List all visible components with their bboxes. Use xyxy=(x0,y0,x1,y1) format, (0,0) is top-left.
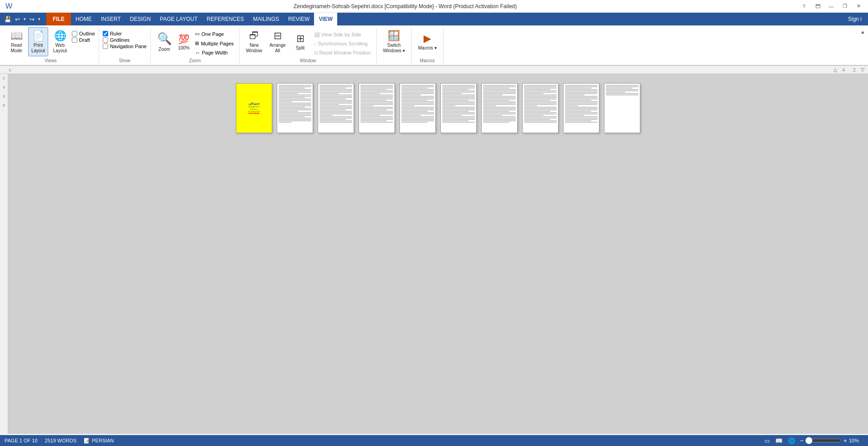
new-window-button[interactable]: 🗗 NewWindow xyxy=(243,27,265,56)
qat-more-button[interactable]: ▾ xyxy=(37,16,42,22)
menu-home[interactable]: HOME xyxy=(71,13,96,25)
horizontal-ruler: L △ 4 2 ▽ xyxy=(0,66,868,74)
maximize-button[interactable]: ❐ xyxy=(839,2,851,10)
page-cover: تحقیق آنلاین tahghigfonline.ir مرجع دانل… xyxy=(236,84,272,133)
save-qat-button[interactable]: 💾 xyxy=(3,15,13,24)
text-line xyxy=(360,99,393,99)
sign-in-button[interactable]: Sign i xyxy=(843,14,866,24)
text-line xyxy=(524,105,537,106)
text-line xyxy=(524,94,557,95)
zoom-100-button[interactable]: 💯 100% xyxy=(176,27,192,56)
ruler-checkbox[interactable] xyxy=(103,31,108,36)
text-line xyxy=(279,109,311,110)
menu-mailings[interactable]: MAILINGS xyxy=(249,13,284,25)
draft-label: Draft xyxy=(79,37,90,43)
ribbon-content: 📖 ReadMode 📄 PrintLayout 🌐 WebLayout Out… xyxy=(0,25,868,65)
ruler-left-arrow[interactable]: △ xyxy=(833,67,837,73)
outline-checkbox[interactable] xyxy=(72,31,77,36)
zoom-label: Zoom xyxy=(159,47,170,52)
text-line xyxy=(360,108,393,109)
switch-windows-button[interactable]: 🪟 SwitchWindows ▾ xyxy=(380,27,408,56)
text-line xyxy=(279,116,305,117)
page-width-button[interactable]: ↔ Page Width xyxy=(193,49,235,56)
navigation-pane-checkbox[interactable] xyxy=(103,44,108,49)
minimize-button[interactable]: — xyxy=(825,2,837,10)
gridlines-checkbox[interactable] xyxy=(103,37,108,43)
draft-checkbox[interactable] xyxy=(72,37,77,43)
synchronous-scrolling-button[interactable]: ↕ Synchronous Scrolling xyxy=(312,40,373,47)
text-line xyxy=(360,101,393,102)
one-page-button[interactable]: ▭ One Page xyxy=(193,30,235,38)
page-4-content xyxy=(359,84,394,124)
help-button[interactable]: ? xyxy=(798,2,810,10)
web-layout-button[interactable]: 🌐 WebLayout xyxy=(50,27,70,56)
read-mode-view-btn[interactable]: 📖 xyxy=(774,436,783,445)
redo-qat-button[interactable]: ↪ xyxy=(28,15,36,24)
text-line xyxy=(442,86,475,87)
document-content-area[interactable]: تحقیق آنلاین tahghigfonline.ir مرجع دانل… xyxy=(8,74,868,434)
text-line xyxy=(483,94,503,95)
text-line xyxy=(442,94,475,95)
text-line xyxy=(401,111,428,112)
navigation-pane-checkbox-label[interactable]: Navigation Pane xyxy=(103,44,147,49)
menu-page-layout[interactable]: PAGE LAYOUT xyxy=(155,13,202,25)
gridlines-checkbox-label[interactable]: Gridlines xyxy=(103,37,147,43)
draft-checkbox-label[interactable]: Draft xyxy=(72,37,95,43)
text-line xyxy=(565,93,598,94)
menu-design[interactable]: DESIGN xyxy=(125,13,155,25)
text-line xyxy=(524,107,557,108)
reset-window-position-button[interactable]: ⊡ Reset Window Position xyxy=(312,49,373,56)
undo-arrow-button[interactable]: ▾ xyxy=(22,16,27,22)
text-line xyxy=(606,93,639,94)
document-page-1: تحقیق آنلاین tahghigfonline.ir مرجع دانل… xyxy=(236,83,272,133)
text-line xyxy=(401,100,428,101)
menu-insert[interactable]: INSERT xyxy=(96,13,125,25)
ruler-checkbox-label[interactable]: Ruler xyxy=(103,31,147,36)
zoom-plus-button[interactable]: + xyxy=(843,437,847,444)
text-line xyxy=(360,85,393,86)
read-mode-button[interactable]: 📖 ReadMode xyxy=(6,27,26,56)
zoom-group-content: 🔍 Zoom 💯 100% ▭ One Page ⊞ Multiple Page… xyxy=(155,27,236,56)
text-line xyxy=(279,88,305,89)
read-mode-label: ReadMode xyxy=(10,43,22,54)
text-line xyxy=(442,118,475,119)
pages-container: تحقیق آنلاین tahghigfonline.ir مرجع دانل… xyxy=(8,74,868,434)
gridlines-label: Gridlines xyxy=(110,37,130,43)
zoom-button[interactable]: 🔍 Zoom xyxy=(155,27,175,56)
print-layout-view-btn[interactable]: ▭ xyxy=(763,436,771,445)
text-line xyxy=(606,92,625,93)
ruler-right-arrow[interactable]: ▽ xyxy=(861,67,864,73)
navigation-pane-label: Navigation Pane xyxy=(110,44,147,49)
title-bar-controls: ? 🗖 — ❐ ✕ xyxy=(798,2,864,10)
macros-button[interactable]: ▶ Macros ▾ xyxy=(415,27,439,56)
outline-checkbox-label[interactable]: Outline xyxy=(72,31,95,36)
view-side-by-side-button[interactable]: ⬜ View Side by Side xyxy=(312,31,373,38)
print-layout-button[interactable]: 📄 PrintLayout xyxy=(28,27,48,56)
collapse-ribbon-button[interactable]: ▲ xyxy=(860,29,865,35)
menu-view[interactable]: VIEW xyxy=(314,13,337,25)
restore-button[interactable]: 🗖 xyxy=(812,2,823,10)
undo-qat-button[interactable]: ↩ xyxy=(14,15,21,24)
text-line xyxy=(565,104,598,105)
text-line xyxy=(606,94,639,95)
zoom-slider[interactable] xyxy=(805,437,842,444)
text-line xyxy=(442,90,475,91)
menu-references[interactable]: REFERENCES xyxy=(202,13,249,25)
menu-file[interactable]: FILE xyxy=(46,13,71,25)
text-line xyxy=(360,103,393,104)
split-button[interactable]: ⊞ Split xyxy=(290,27,310,56)
reset-window-icon: ⊡ xyxy=(314,50,318,55)
text-line xyxy=(442,108,475,109)
text-line xyxy=(319,120,352,121)
text-line xyxy=(319,108,352,109)
menu-review[interactable]: REVIEW xyxy=(284,13,314,25)
zoom-minus-button[interactable]: − xyxy=(800,437,803,444)
ruler-left-number: 4 xyxy=(839,67,848,73)
switch-windows-icon: 🪟 xyxy=(388,30,400,42)
multiple-pages-button[interactable]: ⊞ Multiple Pages xyxy=(193,40,235,47)
text-line xyxy=(524,114,557,114)
close-button[interactable]: ✕ xyxy=(853,2,864,10)
arrange-all-button[interactable]: ⊟ ArrangeAll xyxy=(267,27,289,56)
text-line xyxy=(279,85,311,86)
web-view-btn[interactable]: 🌐 xyxy=(787,436,796,445)
